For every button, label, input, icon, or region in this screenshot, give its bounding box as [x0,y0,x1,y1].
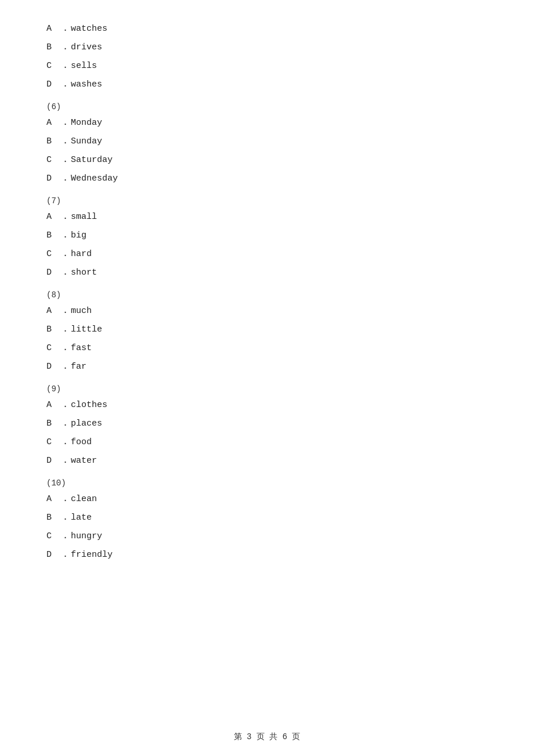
option-row-q4-d: D . water [46,454,488,468]
option-text-q3-c: fast [71,341,92,355]
option-text-q1-a: Monday [71,116,102,130]
option-row-q1-c: C . Saturday [46,153,488,167]
option-letter-q2-b: B [46,229,63,243]
option-letter-q3-b: B [46,323,63,337]
option-row-q5-d: D . friendly [46,548,488,562]
option-dot-q5-c: . [63,530,71,543]
option-letter-q1-a: A [46,116,63,130]
option-row-q2-d: D . short [46,266,488,280]
option-row-q3-c: C . fast [46,341,488,355]
option-letter-q4-c: C [46,435,63,449]
option-dot-q0-d: . [63,78,71,92]
question-number-3: (8) [46,290,488,300]
option-row-q1-a: A . Monday [46,116,488,130]
option-letter-q5-a: A [46,492,63,506]
option-row-q4-b: B . places [46,417,488,431]
option-row-q3-d: D . far [46,360,488,374]
option-dot-q5-b: . [63,511,71,525]
option-row-q1-b: B . Sunday [46,135,488,149]
question-block-4: (9)A . clothesB . placesC . foodD . wate… [46,384,488,468]
option-text-q4-d: water [71,454,97,468]
option-dot-q4-a: . [63,398,71,412]
option-text-q5-b: late [71,511,92,525]
option-row-q3-a: A . much [46,304,488,318]
option-text-q2-c: hard [71,247,92,261]
option-letter-q5-b: B [46,511,63,525]
option-dot-q2-b: . [63,229,71,243]
option-row-q5-b: B . late [46,511,488,525]
option-dot-q3-b: . [63,323,71,337]
option-text-q0-d: washes [71,78,102,92]
option-text-q2-b: big [71,229,86,243]
footer-text: 第 3 页 共 6 页 [234,732,301,741]
option-dot-q1-a: . [63,116,71,130]
option-row-q1-d: D . Wednesday [46,172,488,186]
option-row-q2-c: C . hard [46,247,488,261]
option-row-q0-d: D . washes [46,78,488,92]
option-text-q4-b: places [71,417,102,431]
option-text-q1-b: Sunday [71,135,102,149]
option-text-q3-b: little [71,323,102,337]
option-letter-q1-b: B [46,135,63,149]
option-text-q5-c: hungry [71,530,102,543]
option-letter-q4-d: D [46,454,63,468]
option-row-q2-a: A . small [46,210,488,224]
option-dot-q4-d: . [63,454,71,468]
question-block-1: (6)A . MondayB . SundayC . SaturdayD . W… [46,102,488,186]
option-row-q5-c: C . hungry [46,530,488,543]
option-text-q0-c: sells [71,59,97,73]
option-dot-q4-c: . [63,435,71,449]
option-text-q0-a: watches [71,22,107,36]
question-number-1: (6) [46,102,488,111]
option-letter-q3-c: C [46,341,63,355]
option-dot-q2-d: . [63,266,71,280]
option-dot-q5-a: . [63,492,71,506]
option-text-q4-a: clothes [71,398,107,412]
question-number-4: (9) [46,384,488,394]
option-letter-q0-c: C [46,59,63,73]
question-block-5: (10)A . cleanB . lateC . hungryD . frien… [46,478,488,562]
question-number-5: (10) [46,478,488,488]
option-text-q5-d: friendly [71,548,113,562]
option-text-q0-b: drives [71,41,102,55]
option-letter-q2-d: D [46,266,63,280]
option-dot-q4-b: . [63,417,71,431]
option-dot-q1-d: . [63,172,71,186]
option-dot-q1-b: . [63,135,71,149]
option-row-q3-b: B . little [46,323,488,337]
question-block-2: (7)A . smallB . bigC . hardD . short [46,196,488,280]
option-dot-q2-c: . [63,247,71,261]
option-text-q3-d: far [71,360,86,374]
option-text-q2-d: short [71,266,97,280]
option-dot-q0-b: . [63,41,71,55]
option-letter-q4-b: B [46,417,63,431]
option-row-q0-b: B . drives [46,41,488,55]
option-row-q4-a: A . clothes [46,398,488,412]
option-row-q4-c: C . food [46,435,488,449]
option-letter-q2-a: A [46,210,63,224]
main-content: A . watchesB . drivesC . sellsD . washes… [0,0,534,602]
option-row-q0-c: C . sells [46,59,488,73]
option-row-q5-a: A . clean [46,492,488,506]
option-dot-q3-d: . [63,360,71,374]
option-letter-q2-c: C [46,247,63,261]
option-letter-q4-a: A [46,398,63,412]
question-block-3: (8)A . muchB . littleC . fastD . far [46,290,488,374]
option-row-q0-a: A . watches [46,22,488,36]
option-letter-q1-c: C [46,153,63,167]
option-dot-q3-a: . [63,304,71,318]
option-letter-q0-d: D [46,78,63,92]
option-letter-q5-d: D [46,548,63,562]
option-letter-q5-c: C [46,530,63,543]
option-letter-q3-d: D [46,360,63,374]
option-dot-q2-a: . [63,210,71,224]
option-dot-q3-c: . [63,341,71,355]
option-dot-q1-c: . [63,153,71,167]
page-footer: 第 3 页 共 6 页 [0,732,534,742]
option-letter-q0-a: A [46,22,63,36]
option-dot-q0-c: . [63,59,71,73]
option-text-q5-a: clean [71,492,97,506]
option-text-q4-c: food [71,435,92,449]
option-dot-q5-d: . [63,548,71,562]
option-dot-q0-a: . [63,22,71,36]
